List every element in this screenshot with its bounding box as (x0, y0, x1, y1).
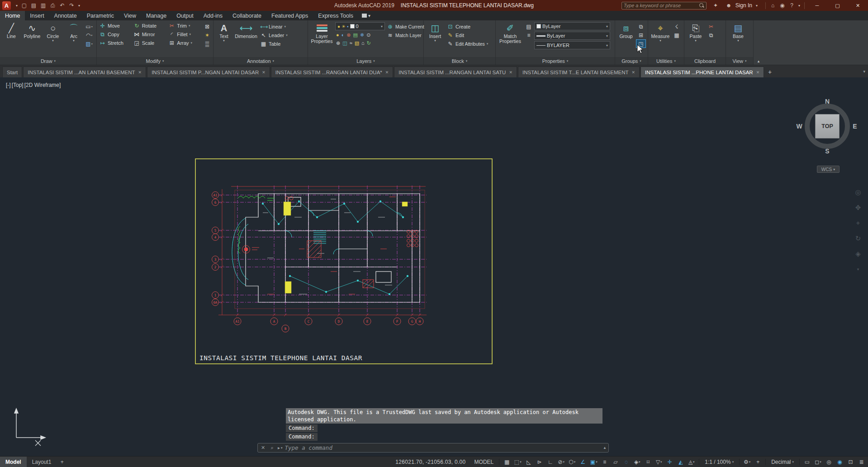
viewcube-top-face[interactable]: TOP (815, 114, 840, 138)
model-space-canvas[interactable]: [-] [Top] [2D Wireframe] (0, 77, 868, 456)
snap-mode-icon[interactable]: ⬚▾ (513, 457, 522, 467)
tab-manage[interactable]: Manage (141, 11, 171, 20)
circle-button[interactable]: ○Circle▾ (43, 21, 63, 43)
object-color-select[interactable]: ByLayer▾ (534, 22, 610, 30)
file-tab[interactable]: INSTALASI SISTIM T...E LANTAI BASEMENT✕ (518, 67, 640, 77)
command-customize-icon[interactable]: ⌕ (269, 445, 275, 451)
full-navigation-wheel-icon[interactable]: ◎ (852, 186, 864, 199)
command-history-toggle-icon[interactable]: ▲ (603, 446, 607, 450)
line-button[interactable]: ╱Line (1, 21, 21, 39)
layer-off-icon[interactable]: ● (336, 32, 339, 38)
app-store-icon[interactable]: ⌂ (768, 0, 778, 11)
edit-block-button[interactable]: ✎Edit (446, 31, 491, 39)
annotation-visibility-icon[interactable]: ◭ (676, 457, 685, 467)
customize-icon[interactable]: ≣ (857, 457, 866, 467)
measure-button[interactable]: ⌖Measure▾ (650, 21, 671, 43)
match-properties-button[interactable]: ✐Match Properties (497, 21, 523, 44)
lock-ui-icon[interactable]: ◻▾ (813, 457, 823, 467)
layer-lock-tool-icon[interactable]: ⊙ (366, 32, 370, 38)
layer-isolate-icon[interactable]: ◐ (342, 32, 345, 38)
viewport-minimize-control[interactable]: [-] (5, 82, 11, 88)
stretch-button[interactable]: ↦Stretch (98, 38, 132, 47)
minimize-button[interactable]: ─ (807, 0, 827, 11)
viewcube-south[interactable]: S (824, 148, 831, 155)
panel-label-layers[interactable]: Layers▾ (308, 57, 423, 65)
insert-button[interactable]: ◫Insert▾ (425, 21, 445, 43)
tab-output[interactable]: Output (171, 11, 199, 20)
wcs-dropdown[interactable]: WCS▾ (817, 166, 840, 173)
text-button[interactable]: AText▾ (215, 21, 233, 43)
dynamic-input-icon[interactable]: ⊳ (535, 457, 544, 467)
panel-label-annotation[interactable]: Annotation▾ (213, 57, 308, 65)
tab-express-tools[interactable]: Express Tools (313, 11, 358, 20)
model-space-button[interactable]: MODEL (472, 457, 497, 467)
clean-screen-icon[interactable]: ⊡ (846, 457, 855, 467)
viewcube-east[interactable]: E (851, 123, 859, 130)
tab-featured-apps[interactable]: Featured Apps (266, 11, 313, 20)
group-button[interactable]: ⧈Group (617, 21, 636, 39)
grid-icon[interactable]: ▦ (502, 457, 512, 467)
quick-properties-icon[interactable]: ▭ (802, 457, 812, 467)
units-button[interactable]: Decimal▾ (768, 457, 797, 467)
hatch-button[interactable]: ▨▾ (85, 40, 94, 48)
navbar-caret-icon[interactable]: ▾ (852, 263, 864, 276)
group-edit-button[interactable]: ⊞ (636, 31, 645, 39)
mirror-button[interactable]: ⋈Mirror (133, 30, 167, 38)
close-icon[interactable]: ✕ (262, 70, 266, 75)
viewport-visual-style-control[interactable]: [2D Wireframe] (24, 82, 62, 88)
new-layout-button[interactable]: + (57, 459, 67, 465)
model-tab[interactable]: Model (0, 457, 27, 467)
fillet-button[interactable]: ◜Fillet▾ (167, 30, 202, 38)
command-input[interactable] (285, 444, 601, 451)
command-line[interactable]: ✕ ⌕ ▸▾ ▲ (257, 443, 609, 453)
copy-clip-button[interactable]: ⧉ (707, 31, 716, 39)
orbit-icon[interactable]: ↻ (852, 232, 864, 245)
match-layer-button[interactable]: ≋Match Layer (386, 31, 422, 39)
layer-freeze-icon[interactable]: ⊗ (346, 32, 351, 38)
viewcube-west[interactable]: W (795, 123, 803, 130)
panel-label-properties[interactable]: Properties▾ (496, 57, 615, 65)
new-drawing-button[interactable]: + (765, 67, 775, 77)
transparency-icon[interactable]: ▱ (611, 457, 620, 467)
ellipse-button[interactable]: ◠▾ (85, 31, 94, 39)
object-snap-icon[interactable]: ▣▾ (589, 457, 598, 467)
workspace-switching-icon[interactable]: ⚙▾ (742, 457, 752, 467)
layout1-tab[interactable]: Layout1 (27, 457, 57, 467)
close-icon[interactable]: ✕ (509, 70, 512, 75)
tab-view[interactable]: View (119, 11, 141, 20)
polar-tracking-icon[interactable]: ⊘▾ (556, 457, 566, 467)
layer-thaw-all-icon[interactable]: ❄ (360, 32, 364, 38)
save-icon[interactable]: ▥ (38, 0, 48, 11)
gizmo-icon[interactable]: ✛ (665, 457, 674, 467)
panel-label-groups[interactable]: Groups▾ (615, 57, 648, 65)
layer-copy-icon[interactable]: ⌂ (361, 40, 365, 46)
help-icon[interactable]: ? (787, 0, 797, 11)
3d-object-snap-icon[interactable]: ◈▾ (632, 457, 642, 467)
panel-label-utilities[interactable]: Utilities▾ (648, 57, 684, 65)
sign-in-button[interactable]: ☻ Sign In ▾ (724, 0, 759, 11)
polyline-button[interactable]: ∿Polyline (22, 21, 42, 39)
ribbon-minimize-button[interactable]: ▴ (754, 20, 764, 65)
showmotion-icon[interactable]: ◈ (852, 248, 864, 260)
dynamic-ucs-icon[interactable]: ⌑ (643, 457, 653, 467)
app-menu-caret-icon[interactable]: ▾ (14, 4, 19, 8)
search-icon[interactable] (699, 3, 704, 8)
fade-button[interactable]: ▒ (203, 40, 212, 48)
layer-merge-icon[interactable]: ◫ (342, 40, 347, 46)
close-icon[interactable]: ✕ (385, 70, 389, 75)
file-tab-active[interactable]: INSTALASI SISTIM ...PHONE LANTAI DASAR✕ (640, 67, 764, 77)
floor-plan-drawing[interactable]: A1 6 5 4 3 2 1 0A A1 A (195, 158, 493, 364)
tab-collaborate[interactable]: Collaborate (228, 11, 266, 20)
new-file-icon[interactable]: ▢ (19, 0, 29, 11)
array-button[interactable]: ⊞Array▾ (167, 38, 202, 47)
layer-prev-icon[interactable]: ▧ (355, 40, 359, 46)
command-close-icon[interactable]: ✕ (260, 445, 266, 451)
scale-button[interactable]: ◲Scale (133, 38, 167, 47)
autoscale-icon[interactable]: ◬▾ (687, 457, 696, 467)
quick-select-button[interactable]: ☇ (672, 23, 681, 30)
layer-match-icon[interactable]: ≈ (350, 40, 352, 46)
infer-constraints-icon[interactable]: ◺ (524, 457, 533, 467)
lineweight-select[interactable]: ByLayer▾ (534, 32, 610, 40)
viewport-view-control[interactable]: [Top] (11, 82, 24, 88)
selection-filtering-icon[interactable]: ▽▾ (654, 457, 664, 467)
